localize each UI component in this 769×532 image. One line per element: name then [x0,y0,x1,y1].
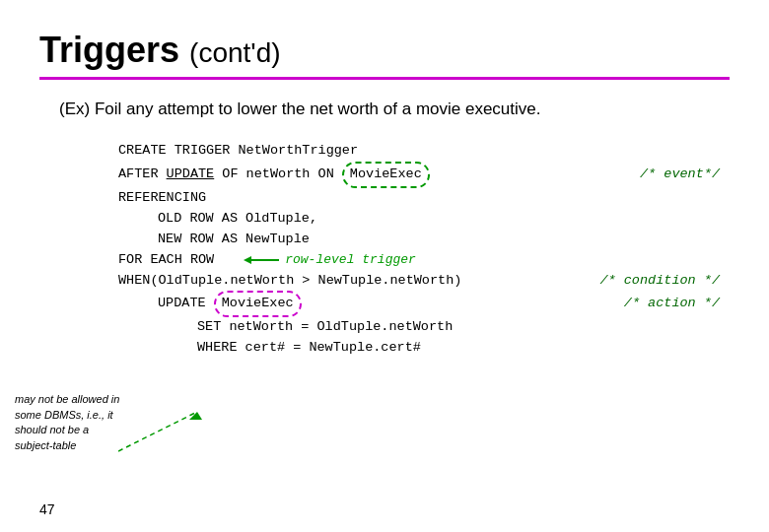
arrow-icon [244,254,281,266]
condition-comment: /* condition */ [599,271,730,292]
code-line-8: UPDATE MovieExec /* action */ [158,291,730,317]
code-line-5: NEW ROW AS NewTuple [158,230,730,250]
side-note: may not be allowed in some DBMSs, i.e., … [15,392,123,453]
side-note-arrow [118,402,217,461]
code-line-2: AFTER UPDATE OF netWorth ON MovieExec /*… [118,162,730,188]
action-comment: /* action */ [624,294,730,314]
svg-marker-3 [189,412,202,420]
code-after: AFTER UPDATE OF netWorth ON MovieExec [118,162,430,188]
svg-marker-1 [244,256,251,264]
code-line-7: WHEN(OldTuple.netWorth > NewTuple.netWor… [118,271,730,292]
code-area: CREATE TRIGGER NetWorthTrigger AFTER UPD… [118,141,730,359]
code-line-1: CREATE TRIGGER NetWorthTrigger [118,141,730,162]
title-main: Triggers [39,30,179,71]
svg-line-2 [118,412,197,451]
code-line-10: WHERE cert# = NewTuple.cert# [197,338,730,359]
code-line-9: SET netWorth = OldTuple.netWorth [197,317,730,338]
code-update-line: UPDATE MovieExec [158,291,302,317]
movie-exec-box-1: MovieExec [342,162,430,188]
title-sub: (cont'd) [189,37,281,69]
code-create-trigger: CREATE TRIGGER NetWorthTrigger [118,141,358,162]
slide: Triggers (cont'd) (Ex) Foil any attempt … [0,0,769,532]
event-comment: /* event*/ [640,165,730,185]
code-line-4: OLD ROW AS OldTuple, [158,209,730,230]
movie-exec-box-2: MovieExec [214,291,302,317]
row-level-arrow: row-level trigger [234,250,416,270]
title-underline [39,77,730,80]
page-number: 47 [39,501,55,517]
code-line-6: FOR EACH ROW row-level trigger [118,250,730,271]
subtitle: (Ex) Foil any attempt to lower the net w… [59,100,730,119]
code-line-3: REFERENCING [118,188,730,209]
row-level-label: row-level trigger [285,250,416,270]
code-update-keyword: UPDATE [167,166,215,181]
title-bar: Triggers (cont'd) [39,30,730,71]
